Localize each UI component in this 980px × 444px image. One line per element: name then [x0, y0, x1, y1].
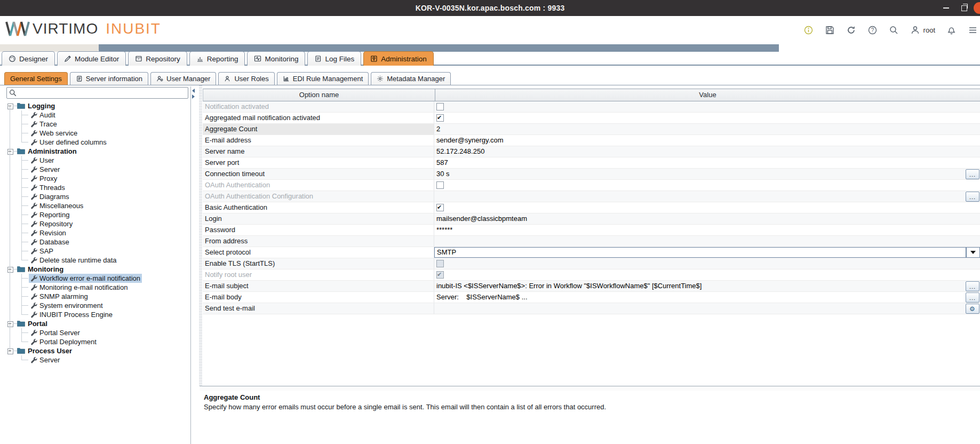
- option-name-cell[interactable]: Connection timeout: [203, 169, 434, 179]
- collapse-left-icon[interactable]: [192, 89, 195, 93]
- option-name-cell[interactable]: E-mail body: [203, 292, 434, 303]
- tree-item-inubit-process-engine[interactable]: INUBIT Process Engine: [5, 310, 190, 319]
- send-test-email-button[interactable]: ⚙: [966, 304, 979, 314]
- tab-monitoring[interactable]: Monitoring: [247, 51, 305, 66]
- value-cell[interactable]: [434, 269, 980, 280]
- option-name-cell[interactable]: Send test e-mail: [203, 303, 434, 314]
- ellipsis-button[interactable]: ...: [966, 292, 979, 303]
- tab-designer[interactable]: Designer: [2, 51, 55, 66]
- tree-item-delete-stale-runtime-data[interactable]: Delete stale runtime data: [5, 256, 190, 265]
- tree-expander-icon[interactable]: [7, 321, 13, 327]
- dropdown-arrow-button[interactable]: [966, 247, 980, 258]
- value-cell[interactable]: ...: [434, 191, 980, 202]
- value-cell[interactable]: 587: [434, 157, 980, 168]
- tree-item-revision[interactable]: Revision: [5, 228, 190, 237]
- unchecked-checkbox[interactable]: [436, 181, 444, 189]
- checked-checkbox[interactable]: [436, 204, 444, 211]
- bell-button[interactable]: [946, 25, 957, 35]
- checked-checkbox[interactable]: [436, 271, 444, 279]
- tree-item-miscellaneous[interactable]: Miscellaneous: [5, 201, 190, 210]
- value-cell[interactable]: 52.172.248.250: [434, 146, 980, 157]
- option-name-cell[interactable]: OAuth Authentication: [203, 180, 434, 191]
- refresh-button[interactable]: [846, 25, 856, 35]
- user-menu[interactable]: root: [910, 25, 935, 35]
- tab-repository[interactable]: Repository: [128, 51, 187, 66]
- tree-item-server[interactable]: Server: [5, 165, 190, 174]
- tree-item-audit[interactable]: Audit: [5, 110, 190, 120]
- tree-expander-icon[interactable]: [7, 104, 13, 109]
- help-button[interactable]: ?: [867, 25, 878, 35]
- table-drag-strip[interactable]: [199, 85, 202, 386]
- tree-item-database[interactable]: Database: [5, 237, 190, 247]
- tree-item-snmp-alarming[interactable]: SNMP alarming: [5, 292, 190, 301]
- value-cell[interactable]: sender@synergy.com: [434, 135, 980, 146]
- checked-checkbox[interactable]: [436, 114, 444, 122]
- value-cell[interactable]: [434, 202, 980, 213]
- ellipsis-button[interactable]: ...: [966, 281, 979, 291]
- vertical-splitter[interactable]: [191, 85, 198, 444]
- option-name-cell[interactable]: Server name: [203, 146, 434, 157]
- value-cell[interactable]: [434, 236, 980, 247]
- subtab-user-manager[interactable]: User Manager: [150, 72, 216, 85]
- unchecked-checkbox[interactable]: [436, 260, 444, 267]
- tree-search-input[interactable]: [19, 89, 186, 98]
- option-name-cell[interactable]: E-mail subject: [203, 281, 434, 291]
- subtab-user-roles[interactable]: User Roles: [218, 72, 274, 85]
- tree-item-user-defined-columns[interactable]: User defined columns: [5, 138, 190, 147]
- ellipsis-button[interactable]: ...: [966, 192, 979, 202]
- value-cell[interactable]: inubit-IS <$ISServerName$>: Error in Wor…: [434, 281, 980, 291]
- tree-item-system-environment[interactable]: System environment: [5, 301, 190, 310]
- tree-item-diagrams[interactable]: Diagrams: [5, 192, 190, 201]
- tree-expander-icon[interactable]: [7, 348, 13, 354]
- value-cell[interactable]: SMTP: [434, 247, 980, 258]
- tree-group-monitoring[interactable]: Monitoring: [5, 265, 190, 274]
- tree-item-monitoring-e-mail-notification[interactable]: Monitoring e-mail notification: [5, 283, 190, 292]
- ellipsis-button[interactable]: ...: [966, 169, 979, 179]
- tree-group-process-user[interactable]: Process User: [5, 346, 190, 355]
- value-cell[interactable]: Server: $ISServerName$ ......: [434, 292, 980, 303]
- save-button[interactable]: [825, 25, 835, 35]
- close-button[interactable]: [973, 0, 980, 16]
- tree-item-workflow-error-e-mail-notification[interactable]: Workflow error e-mail notification: [5, 274, 190, 283]
- minimize-button[interactable]: [938, 0, 953, 16]
- info-button[interactable]: [803, 25, 814, 35]
- search-button[interactable]: [889, 25, 899, 35]
- protocol-dropdown[interactable]: SMTP: [434, 247, 966, 258]
- option-name-cell[interactable]: E-mail address: [203, 135, 434, 146]
- option-name-cell[interactable]: Notification activated: [203, 101, 434, 112]
- restore-button[interactable]: [957, 0, 971, 16]
- value-cell[interactable]: mailsender@classicbpmteam: [434, 213, 980, 224]
- value-cell[interactable]: [434, 101, 980, 112]
- tree-group-portal[interactable]: Portal: [5, 319, 190, 328]
- value-cell[interactable]: [434, 258, 980, 269]
- subtab-general-settings[interactable]: General Settings: [4, 72, 68, 85]
- tab-module-editor[interactable]: Module Editor: [57, 51, 126, 66]
- option-name-cell[interactable]: Login: [203, 213, 434, 224]
- option-name-cell[interactable]: Password: [203, 225, 434, 235]
- menu-button[interactable]: [968, 25, 978, 35]
- tab-log-files[interactable]: Log Files: [307, 51, 361, 66]
- option-name-cell[interactable]: OAuth Authentication Configuration: [203, 191, 434, 202]
- tree-item-portal-server[interactable]: Portal Server: [5, 328, 190, 337]
- option-name-cell[interactable]: Aggregated mail notification activated: [203, 113, 434, 123]
- splitter-collapse-arrows[interactable]: [192, 89, 195, 99]
- tree-item-repository[interactable]: Repository: [5, 219, 190, 228]
- value-cell[interactable]: ******: [434, 225, 980, 235]
- option-name-cell[interactable]: Server port: [203, 157, 434, 168]
- tree-item-reporting[interactable]: Reporting: [5, 210, 190, 219]
- value-cell[interactable]: [434, 180, 980, 191]
- collapse-right-icon[interactable]: [192, 94, 195, 99]
- tab-reporting[interactable]: Reporting: [189, 51, 245, 66]
- tree-group-administration[interactable]: Administration: [5, 147, 190, 156]
- option-name-cell[interactable]: Notify root user: [203, 269, 434, 280]
- value-cell[interactable]: 2: [434, 124, 980, 134]
- value-cell[interactable]: ⚙: [434, 303, 980, 314]
- option-name-cell[interactable]: Select protocol: [203, 247, 434, 258]
- option-name-cell[interactable]: Aggregate Count: [203, 124, 434, 134]
- option-name-cell[interactable]: From address: [203, 236, 434, 247]
- subtab-edi-rule-management[interactable]: EDI Rule Management: [277, 72, 369, 85]
- subtab-metadata-manager[interactable]: Metadata Manager: [371, 72, 451, 85]
- tree-expander-icon[interactable]: [7, 149, 13, 155]
- tree-item-sap[interactable]: SAP: [5, 247, 190, 256]
- subtab-server-information[interactable]: Server information: [70, 72, 148, 85]
